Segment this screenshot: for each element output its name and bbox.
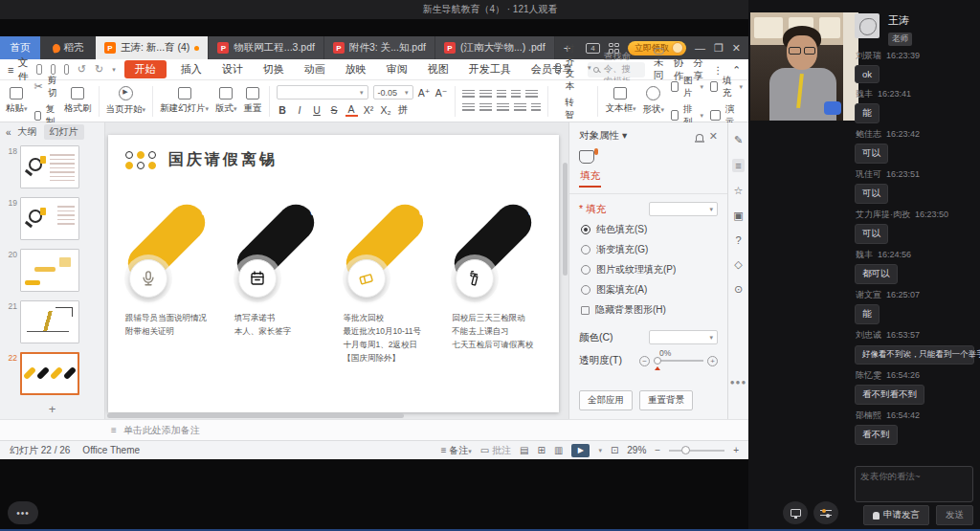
menu-item-review[interactable]: 审阅 [381,60,413,78]
tab-slides[interactable]: 幻灯片 [44,124,84,140]
slideshow-play-button[interactable]: ▶ [571,444,590,457]
animation-icon[interactable]: ☆ [734,185,744,197]
comments-toggle[interactable]: ▭ 批注 [480,444,511,457]
play-current-button[interactable]: 当页开始▾ [106,86,146,116]
notes-bar[interactable]: ≡ 单击此处添加备注 [0,419,748,440]
media-settings-button[interactable] [813,501,838,524]
menu-item-transition[interactable]: 切换 [257,60,290,78]
slide-thumbnail-21[interactable]: 21 [2,300,100,343]
indent-icon[interactable] [511,90,521,100]
menu-item-insert[interactable]: 插入 [175,60,208,78]
layout-button[interactable]: 版式▾ [215,87,237,115]
notes-toggle[interactable]: ≡ 备注▾ [441,444,472,457]
paste-button[interactable]: 粘贴▾ [6,87,28,115]
menu-item-devtools[interactable]: 开发工具 [463,60,517,78]
reset-background-button[interactable]: 重置背景 [639,390,693,410]
pill-text-02[interactable]: 填写承诺书 本人、家长签字 [234,311,334,338]
line-spacing-icon[interactable] [525,90,538,100]
reset-button[interactable]: 重置 [244,87,262,115]
option-picture-fill[interactable]: 图片或纹理填充(P) [581,263,718,277]
textbox-button[interactable]: 文本框▾ [605,87,635,115]
file-menu[interactable]: ≡ 文件 [8,55,28,84]
decrease-font-icon[interactable]: A⁻ [435,87,448,99]
pill-shape-02[interactable]: 02 [225,190,334,307]
menu-item-design[interactable]: 设计 [216,60,249,78]
raise-hand-button[interactable]: 申请发言 [863,505,929,525]
bullet-list-icon[interactable] [462,90,475,100]
font-size-select[interactable]: -0.05▾ [373,85,413,100]
reading-view-icon[interactable]: ▥ [554,445,563,455]
selection-pane-icon[interactable]: ▣ [733,210,743,222]
picture-button[interactable]: 图片▾ [671,75,703,100]
option-gradient-fill[interactable]: 渐变填充(G) [581,243,718,256]
shape-button[interactable]: 形状▾ [642,86,664,116]
zoom-slider-thumb[interactable] [681,446,690,454]
zoom-out-icon[interactable]: − [655,445,660,455]
slide-title[interactable]: 国庆请假离锡 [168,150,278,170]
normal-view-icon[interactable]: ▤ [520,445,528,455]
outdent-icon[interactable] [497,90,506,100]
quickbar-more-icon[interactable]: ▾ [112,66,116,74]
doc-tab-presentation[interactable]: P 王涛: 新...育 (4) [96,36,209,59]
save-icon[interactable] [36,64,41,75]
command-search-input[interactable]: 查找命令、搜索模板 [588,62,645,77]
font-family-select[interactable]: ▾ [277,85,368,100]
option-pattern-fill[interactable]: 图案填充(A) [581,283,718,297]
align-left-icon[interactable] [462,103,475,113]
zoom-in-icon[interactable]: + [733,445,739,455]
slide-thumbnail-20[interactable]: 20 [2,249,100,292]
slide-thumbnail-18[interactable]: 18 [2,145,100,188]
close-panel-icon[interactable]: ✕ [709,130,718,143]
output-icon[interactable] [51,64,56,75]
play-options-icon[interactable]: ▾ [598,447,602,454]
ai-assistant-icon[interactable]: ✎ [734,134,743,146]
slide-thumbnail-22[interactable]: 22 [2,352,100,395]
chat-input[interactable] [855,466,973,502]
justify-icon[interactable] [514,103,526,113]
more-options-button[interactable]: ••• [8,501,38,524]
new-slide-button[interactable]: 新建幻灯片▾ [160,87,209,115]
option-solid-fill[interactable]: 纯色填充(S) [581,223,718,236]
color-select[interactable]: ▾ [649,330,718,344]
shape-settings-icon[interactable]: ◇ [734,258,742,271]
canvas-horizontal-scrollbar[interactable] [107,413,404,418]
pill-shape-03[interactable]: 03 [334,190,443,307]
subscript-button[interactable]: X₂ [380,104,392,116]
align-center-icon[interactable] [479,103,492,113]
fill-button[interactable]: 填充▾ [710,75,743,100]
distribute-icon[interactable] [531,103,541,113]
webcam-video[interactable] [750,12,858,121]
increase-icon[interactable]: + [707,356,718,366]
align-text-button[interactable]: 对齐文本▾ [555,43,591,93]
strikethrough-button[interactable]: S [328,104,341,116]
doc-tab-pdf-2[interactable]: P 附件3: 关...知.pdf [324,36,435,59]
canvas-vertical-scrollbar[interactable] [563,163,568,276]
undo-icon[interactable]: ↺ [78,64,86,75]
screen-share-button[interactable] [783,501,808,524]
doc-tab-pdf-3[interactable]: P (江南大学物...) .pdf [435,36,555,59]
font-color-button[interactable]: A [345,103,358,117]
pill-text-04[interactable]: 回校后三天三检限动 不能去上课自习 七天五检后可请假离校 [452,311,551,351]
bold-button[interactable]: B [277,104,289,116]
tab-docer[interactable]: 稻壳 [40,36,96,59]
pill-shape-01[interactable]: 01 [116,190,225,307]
help-icon[interactable]: ? [735,234,741,246]
fill-tab[interactable]: 填充 [579,166,601,188]
zoom-slider[interactable] [669,450,724,452]
menu-item-view[interactable]: 视图 [422,60,455,78]
numbered-list-icon[interactable] [479,90,492,100]
pill-text-01[interactable]: 跟辅导员当面说明情况 附带相关证明 [125,311,225,338]
pill-text-03[interactable]: 等批次回校 最近批次10月10-11号 十月每周1、2返校日 【国庆周除外】 [344,311,443,365]
transparency-slider[interactable]: − 0% + [639,356,718,366]
menu-item-slideshow[interactable]: 放映 [340,60,372,78]
collapse-panel-icon[interactable]: « [6,127,11,138]
add-slide-button[interactable]: + [0,398,104,419]
rail-more-icon[interactable]: ●●● [730,378,747,387]
slide-thumbnail-19[interactable]: 19 [2,197,100,240]
sorter-view-icon[interactable]: ⊞ [538,445,546,455]
superscript-button[interactable]: X² [363,104,375,116]
increase-font-icon[interactable]: A⁺ [418,87,431,99]
option-hide-background[interactable]: 隐藏背景图形(H) [581,303,718,317]
decrease-icon[interactable]: − [639,356,650,366]
properties-icon[interactable]: ≡ [732,159,744,172]
